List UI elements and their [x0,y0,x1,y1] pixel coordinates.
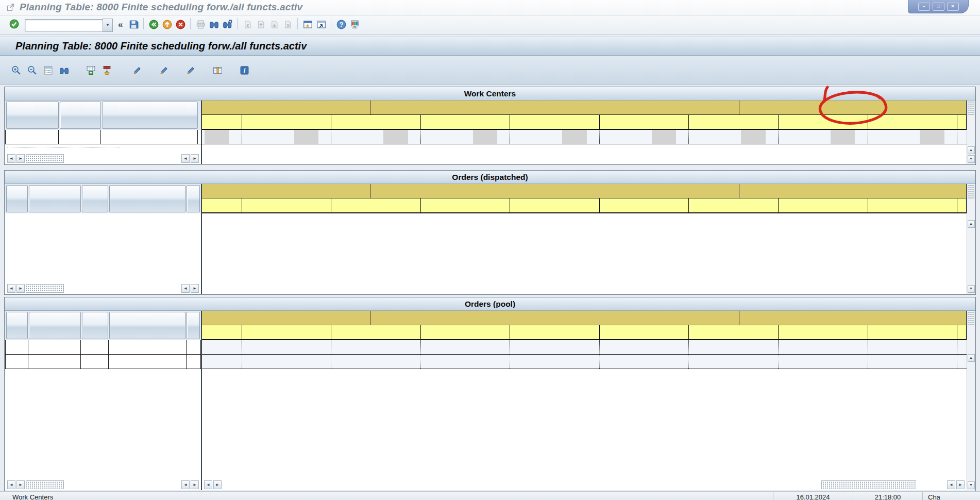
last-page-button[interactable] [281,19,294,32]
gantt-cell[interactable] [331,340,421,354]
column-header-order[interactable] [109,312,186,339]
cancel-button[interactable] [174,19,187,32]
week-cell[interactable] [331,325,421,339]
gantt-cell[interactable] [510,355,600,369]
first-page-button[interactable] [241,19,254,32]
find-next-button[interactable] [221,19,234,32]
week-cell[interactable] [779,198,868,212]
dispatch-icon-button[interactable] [83,63,99,77]
splitter-grip-icon[interactable] [968,185,974,198]
legend-icon-button[interactable] [40,63,56,77]
zoom-out-icon-button[interactable] [24,63,40,77]
gantt-cell[interactable] [779,340,868,354]
scroll-right-icon[interactable]: ► [16,480,25,489]
orders-pool-gantt-area[interactable]: ◄ ► ◄ ► [202,311,967,490]
column-header-order[interactable] [109,185,186,212]
scroll-up-icon[interactable]: ▲ [968,220,975,228]
row-cell[interactable] [101,130,198,144]
gantt-cell[interactable] [868,355,958,369]
gantt-cell[interactable] [868,130,958,144]
week-cell[interactable] [957,115,967,129]
column-header-prio[interactable] [82,312,108,339]
scroll-up-icon[interactable]: ▲ [968,146,975,154]
week-cell[interactable] [202,325,242,339]
gantt-cell[interactable] [510,340,600,354]
exit-button[interactable] [160,19,174,32]
splitter-grip-icon[interactable] [968,312,974,325]
week-cell[interactable] [957,198,967,212]
hscroll-thumb[interactable] [26,480,64,489]
week-cell[interactable] [779,115,868,129]
hscroll-thumb[interactable] [26,284,64,293]
window-restore-button[interactable]: □ [933,3,944,11]
row-cell[interactable] [81,355,108,369]
gantt-cell[interactable] [689,340,779,354]
gantt-cell[interactable] [600,340,689,354]
row-cell[interactable] [187,355,201,369]
gantt-cell[interactable] [689,355,779,369]
save-button[interactable] [127,19,140,32]
window-minimize-button[interactable]: – [918,3,930,11]
month-cell[interactable] [202,311,370,325]
collapse-toolbar-button[interactable]: « [118,20,123,30]
row-cell[interactable] [109,340,187,354]
gantt-row[interactable] [202,130,967,144]
scroll-right-icon[interactable]: ► [191,480,199,489]
plan-log-button[interactable]: i [236,63,255,77]
week-cell[interactable] [600,115,689,129]
row-cell[interactable] [28,340,81,354]
scroll-down-icon[interactable]: ▼ [968,285,975,293]
gantt-cell[interactable] [779,355,868,369]
gantt-row[interactable] [202,340,967,355]
gantt-cell[interactable] [957,340,967,354]
scroll-right-icon[interactable]: ► [16,154,25,163]
gantt-row[interactable] [202,355,967,369]
row-cell[interactable] [187,340,201,354]
week-cell[interactable] [779,325,868,339]
month-cell[interactable] [370,184,739,198]
gantt-cell[interactable] [957,130,967,144]
gantt-cell[interactable] [868,340,958,354]
week-cell[interactable] [421,325,511,339]
scroll-left-icon[interactable]: ◄ [7,154,15,163]
week-cell[interactable] [600,325,689,339]
column-header-material[interactable] [29,185,80,212]
gantt-cell[interactable] [779,130,868,144]
scroll-down-icon[interactable]: ▼ [968,155,975,163]
week-cell[interactable] [242,115,332,129]
week-cell[interactable] [421,115,511,129]
week-cell[interactable] [868,325,958,339]
deallocate-icon-button[interactable] [99,63,115,77]
create-shortcut-button[interactable] [314,19,328,32]
command-dropdown-icon[interactable]: ▼ [103,19,113,32]
row-cell[interactable] [5,130,59,144]
column-header-wk-cntr-description[interactable] [102,102,198,129]
month-cell[interactable] [370,311,739,325]
month-cell[interactable] [202,184,370,198]
hscroll-thumb[interactable] [821,480,916,489]
new-session-button[interactable] [301,19,314,32]
window-close-button[interactable]: ✕ [947,3,959,11]
row-cell[interactable] [81,340,108,354]
month-cell[interactable] [202,101,370,114]
row-cell[interactable] [109,355,187,369]
month-cell[interactable] [739,101,967,114]
month-cell[interactable] [370,101,739,114]
gantt-cell[interactable] [202,355,242,369]
month-cell[interactable] [739,184,967,198]
week-cell[interactable] [957,325,967,339]
scroll-up-icon[interactable]: ▲ [968,354,975,362]
scroll-right-icon[interactable]: ► [16,284,25,293]
gantt-cell[interactable] [331,130,421,144]
zoom-in-icon-button[interactable] [8,63,24,77]
command-input[interactable] [25,19,103,31]
week-cell[interactable] [331,115,421,129]
row-cell[interactable] [5,355,28,369]
column-header-spl[interactable] [6,312,28,339]
capacity-button[interactable] [129,63,148,77]
scroll-right-icon[interactable]: ► [191,154,199,163]
work-centers-gantt-area[interactable] [202,101,967,164]
table-row[interactable] [5,340,201,355]
week-cell[interactable] [868,198,958,212]
back-button[interactable] [147,19,160,32]
